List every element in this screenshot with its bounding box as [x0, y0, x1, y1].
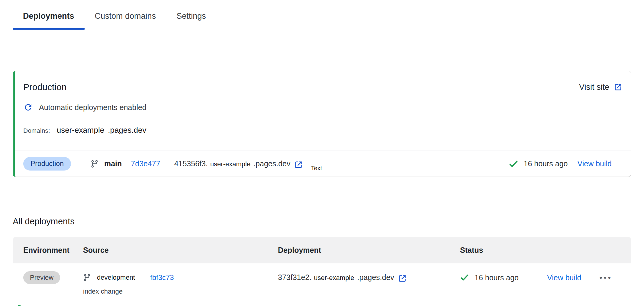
visit-site-link[interactable]: Visit site: [579, 83, 623, 92]
branch-name: development: [97, 274, 135, 282]
status-group: 16 hours ago View build: [509, 159, 612, 169]
tab-deployments-label: Deployments: [23, 11, 74, 21]
domain-name: user-example: [57, 125, 105, 135]
production-deployment-row: Production main 7d3e477 415356f3. user-e…: [15, 151, 631, 177]
git-branch-icon: [83, 274, 91, 282]
cell-source: development fbf3c73 index change: [83, 271, 278, 295]
column-header-deployment: Deployment: [278, 246, 460, 255]
cell-deployment: 373f31e2. user-example .pages.dev: [278, 271, 460, 295]
environment-badge-production: Production: [23, 157, 71, 171]
cell-environment: Preview: [23, 271, 83, 295]
source-group: main: [90, 159, 122, 168]
success-check-icon: [509, 159, 518, 169]
deployment-url-suffix: .pages.dev: [357, 273, 394, 282]
visit-site-label: Visit site: [579, 83, 609, 92]
external-link-icon: [613, 83, 623, 92]
production-card-title: Production: [23, 82, 66, 92]
table-row: Preview development fbf3c73 index change…: [13, 263, 631, 304]
view-build-link[interactable]: View build: [577, 159, 612, 168]
cell-status: 16 hours ago View build •••: [460, 271, 631, 295]
overflow-menu-icon[interactable]: •••: [599, 273, 612, 282]
tab-deployments[interactable]: Deployments: [13, 7, 85, 29]
branch-name: main: [104, 159, 122, 168]
production-card-header: Production Visit site: [15, 71, 631, 92]
deployment-url-suffix: .pages.dev: [253, 159, 290, 168]
environment-badge-preview: Preview: [23, 271, 60, 284]
refresh-icon: [23, 103, 33, 112]
success-check-icon: [460, 273, 469, 282]
table-header-row: Environment Source Deployment Status: [13, 237, 631, 263]
deployment-url-name: user-example: [210, 160, 250, 168]
view-build-link[interactable]: View build: [547, 273, 581, 282]
auto-deployments-row: Automatic deployments enabled: [15, 92, 631, 112]
tab-settings-label: Settings: [176, 11, 206, 21]
column-header-status: Status: [460, 246, 631, 255]
deployments-table: Environment Source Deployment Status Pre…: [13, 237, 631, 306]
tab-settings[interactable]: Settings: [166, 7, 216, 29]
git-branch-icon: [90, 160, 99, 168]
deployment-time: 16 hours ago: [475, 273, 519, 282]
deployment-url[interactable]: 373f31e2. user-example .pages.dev: [278, 273, 407, 282]
deployment-url[interactable]: 415356f3. user-example .pages.dev: [174, 159, 303, 168]
pages-deployments-screen: Deployments Custom domains Settings Prod…: [0, 0, 644, 306]
commit-message: index change: [83, 288, 278, 295]
domains-row: Domains: user-example .pages.dev: [15, 112, 631, 135]
tab-custom-domains[interactable]: Custom domains: [85, 7, 166, 29]
external-link-icon: [294, 160, 303, 169]
deployment-url-name: user-example: [314, 274, 354, 282]
next-row-production-indicator: [18, 305, 21, 306]
commit-link[interactable]: fbf3c73: [150, 273, 174, 282]
column-header-source: Source: [83, 246, 278, 255]
production-card: Production Visit site Automatic deployme…: [13, 71, 631, 177]
deployment-url-prefix: 373f31e2.: [278, 273, 311, 282]
column-header-environment: Environment: [23, 246, 83, 255]
tab-bar: Deployments Custom domains Settings: [13, 7, 631, 29]
deployment-url-prefix: 415356f3.: [174, 159, 208, 168]
domain-suffix: .pages.dev: [108, 125, 146, 135]
deployment-time: 16 hours ago: [524, 159, 568, 168]
commit-link[interactable]: 7d3e477: [131, 159, 160, 168]
domains-label: Domains:: [23, 127, 50, 134]
text-annotation: Text: [311, 165, 322, 172]
external-link-icon: [398, 274, 407, 283]
all-deployments-title: All deployments: [13, 216, 75, 226]
tab-custom-domains-label: Custom domains: [95, 11, 156, 21]
auto-deployments-text: Automatic deployments enabled: [39, 103, 147, 112]
